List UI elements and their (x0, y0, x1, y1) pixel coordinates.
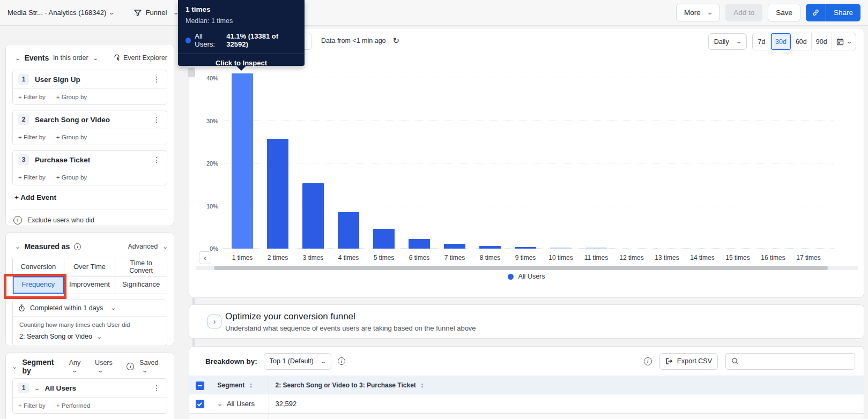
tab-improvement[interactable]: Improvement (64, 276, 116, 294)
board-title-dropdown[interactable]: Media Str... - Analytics (168342) ⌄ (8, 9, 114, 17)
tooltip-median: Median: 1 times (186, 17, 297, 25)
event-name: Purchase Ticket (35, 156, 90, 164)
event-name: User Sign Up (35, 76, 80, 84)
conversion-window-dropdown[interactable]: Completed within 1 days ⌄ (13, 300, 167, 317)
banner-title: Optimize your conversion funnel (225, 311, 476, 322)
bar[interactable] (444, 244, 465, 249)
collapse-chevron-icon[interactable]: ⌄ (11, 364, 18, 370)
kebab-menu-icon[interactable]: ⋮ (152, 115, 161, 124)
kebab-menu-icon[interactable]: ⋮ (152, 75, 161, 84)
save-button[interactable]: Save (768, 4, 800, 21)
bar[interactable] (550, 248, 572, 249)
x-tick-label: 15 times (720, 254, 755, 261)
banner-subtitle: Understand what sequence of events users… (225, 324, 476, 332)
bar-column[interactable] (331, 73, 366, 249)
add-event-button[interactable]: + Add Event (12, 193, 167, 201)
bar[interactable] (585, 248, 607, 249)
bar[interactable] (338, 212, 359, 249)
legend-series-label: All Users (518, 273, 545, 280)
bar-column[interactable] (225, 73, 260, 249)
table-row[interactable]: ⌄ All Users 32,592 (189, 394, 864, 414)
info-icon[interactable]: i (644, 357, 652, 365)
bar[interactable] (515, 247, 536, 249)
bar-column[interactable] (437, 73, 472, 249)
performed-button[interactable]: + Performed (56, 402, 91, 409)
sort-icon[interactable]: ▴▾ (421, 383, 424, 388)
event-card-2[interactable]: 2 Search Song or Video ⋮ + Filter by + G… (12, 110, 167, 145)
tab-time-to-convert[interactable]: Time to Convert (115, 258, 167, 276)
bar-column[interactable] (295, 73, 331, 249)
save-label: Save (776, 9, 792, 17)
copy-link-button[interactable] (806, 4, 826, 21)
bar-column[interactable] (755, 73, 791, 249)
tab-significance[interactable]: Significance (115, 276, 167, 294)
saved-dropdown[interactable]: Saved ⌄ (139, 359, 167, 374)
group-by-button[interactable]: + Group by (56, 174, 87, 181)
event-order-dropdown[interactable]: in this order ⌄ (53, 54, 98, 62)
chevron-down-icon: ⌄ (71, 368, 78, 373)
row-checkbox[interactable] (196, 400, 204, 408)
bar-column[interactable] (402, 73, 437, 249)
search-input[interactable] (743, 357, 849, 365)
filter-by-button[interactable]: + Filter by (18, 94, 46, 100)
info-icon[interactable]: i (338, 357, 345, 365)
expand-banner-button[interactable]: › (207, 315, 221, 328)
segment-users-dropdown[interactable]: Users ⌄ (95, 359, 121, 374)
bar[interactable] (373, 229, 395, 249)
more-button[interactable]: More ⌄ (676, 4, 720, 21)
bar-column[interactable] (366, 73, 402, 249)
table-search-box[interactable] (725, 353, 855, 370)
plot-area[interactable] (222, 65, 836, 249)
kebab-menu-icon[interactable]: ⋮ (152, 384, 161, 392)
chevron-down-icon[interactable]: ⌄ (34, 385, 40, 391)
bar-column[interactable] (614, 73, 649, 249)
bar-column[interactable] (578, 73, 614, 249)
bar-column[interactable] (720, 73, 755, 249)
bar-column[interactable] (260, 73, 295, 249)
info-icon[interactable]: i (74, 243, 81, 250)
tab-conversion[interactable]: Conversion (13, 258, 64, 276)
share-button[interactable]: Share (826, 4, 860, 21)
bar[interactable] (232, 73, 253, 249)
horizontal-scrollbar-thumb[interactable] (214, 266, 828, 270)
filter-by-button[interactable]: + Filter by (18, 402, 46, 409)
bar[interactable] (479, 246, 501, 249)
export-csv-button[interactable]: Export CSV (659, 353, 718, 370)
filter-by-button[interactable]: + Filter by (18, 174, 46, 181)
bar[interactable] (302, 183, 324, 249)
exclude-users-button[interactable]: + Exclude users who did (12, 209, 167, 225)
bar-column[interactable] (791, 73, 826, 249)
tab-over-time[interactable]: Over Time (64, 258, 116, 276)
segment-card-1[interactable]: 1 ⌄ All Users ⋮ + Filter by + Performed (12, 378, 167, 414)
group-by-button[interactable]: + Group by (56, 94, 87, 100)
select-all-checkbox[interactable] (196, 381, 204, 390)
event-card-1[interactable]: 1 User Sign Up ⋮ + Filter by + Group by (12, 70, 167, 105)
refresh-icon[interactable]: ↻ (393, 36, 400, 46)
tab-frequency[interactable]: Frequency (13, 276, 64, 294)
add-to-button[interactable]: Add to (725, 4, 762, 21)
chart-tooltip[interactable]: 1 times Median: 1 times All Users: 41.1%… (178, 0, 305, 66)
bar[interactable] (409, 239, 430, 249)
info-icon[interactable]: i (127, 363, 134, 370)
collapse-chevron-icon[interactable]: ⌄ (14, 244, 21, 250)
x-tick-label: 11 times (578, 254, 614, 261)
segment-any-dropdown[interactable]: Any ⌄ (69, 359, 90, 374)
bar-column[interactable] (472, 73, 508, 249)
bar[interactable] (267, 139, 288, 249)
sort-icon[interactable]: ▴▾ (250, 383, 252, 388)
event-card-3[interactable]: 3 Purchase Ticket ⋮ + Filter by + Group … (12, 150, 167, 185)
scroll-left-button[interactable]: ‹ (199, 251, 211, 264)
advanced-dropdown[interactable]: Advanced ⌄ (128, 243, 167, 250)
kebab-menu-icon[interactable]: ⋮ (152, 155, 161, 164)
breakdown-selector-dropdown[interactable]: Top 1 (Default) ⌄ (264, 353, 331, 370)
bar-column[interactable] (543, 73, 578, 249)
collapse-chevron-icon[interactable]: ⌄ (14, 55, 21, 61)
bar-column[interactable] (649, 73, 685, 249)
filter-by-button[interactable]: + Filter by (18, 134, 46, 140)
counting-event-dropdown[interactable]: 2: Search Song or Video ⌄ (19, 333, 161, 340)
chevron-down-icon[interactable]: ⌄ (217, 401, 223, 407)
bar-column[interactable] (508, 73, 543, 249)
event-explorer-button[interactable]: Event Explorer (113, 54, 167, 62)
group-by-button[interactable]: + Group by (56, 134, 87, 140)
bar-column[interactable] (685, 73, 720, 249)
